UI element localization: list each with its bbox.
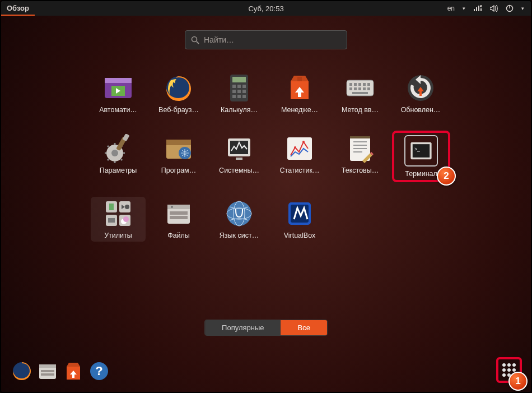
dash-firefox[interactable] xyxy=(11,360,32,382)
svg-rect-29 xyxy=(354,87,357,90)
svg-rect-20 xyxy=(242,95,246,98)
search-bar[interactable] xyxy=(185,30,347,49)
dash-software[interactable] xyxy=(63,360,84,382)
app-automation[interactable]: Автомати… xyxy=(91,71,146,116)
svg-rect-25 xyxy=(358,83,361,86)
svg-rect-12 xyxy=(232,85,236,88)
app-label: Язык сист… xyxy=(212,232,267,239)
dash-help[interactable]: ? xyxy=(88,360,110,382)
svg-rect-14 xyxy=(242,85,246,88)
app-label: Текстовы… xyxy=(333,167,388,174)
app-firefox[interactable]: Веб-брауз… xyxy=(151,71,206,116)
svg-point-70 xyxy=(171,206,173,208)
svg-rect-33 xyxy=(352,92,368,94)
app-system-monitor[interactable]: Системны… xyxy=(212,132,267,181)
automation-icon xyxy=(104,73,133,103)
app-settings[interactable]: Параметры xyxy=(91,132,146,181)
firefox-icon xyxy=(164,73,193,103)
svg-rect-19 xyxy=(237,95,241,98)
search-input[interactable] xyxy=(204,35,341,44)
svg-point-65 xyxy=(123,216,129,222)
app-input-method[interactable]: Метод вв… xyxy=(333,71,388,116)
app-calculator[interactable]: Калькуля… xyxy=(212,71,267,116)
svg-point-36 xyxy=(111,150,118,156)
svg-rect-11 xyxy=(232,77,246,82)
files-icon xyxy=(164,199,193,228)
svg-text:>_: >_ xyxy=(414,146,420,152)
keyboard-layout-chevron-icon: ▾ xyxy=(463,6,465,11)
statistics-icon xyxy=(285,134,314,163)
app-software-updater[interactable]: Обновлен… xyxy=(393,71,448,116)
svg-rect-63 xyxy=(108,218,115,223)
volume-icon[interactable] xyxy=(490,5,498,12)
app-software-manager[interactable]: Менедже… xyxy=(272,71,327,116)
app-files[interactable]: Файлы xyxy=(151,197,206,242)
svg-rect-27 xyxy=(367,83,370,86)
clock[interactable]: Суб, 20:53 xyxy=(248,4,283,13)
app-grid: Автомати… Веб-брауз… Калькуля… Менедже… … xyxy=(91,71,449,242)
svg-rect-21 xyxy=(297,77,302,81)
dash: ? xyxy=(11,360,110,382)
app-label: Файлы xyxy=(151,232,206,239)
svg-rect-49 xyxy=(350,136,370,138)
svg-rect-28 xyxy=(349,87,352,90)
app-label: Утилиты xyxy=(91,232,146,239)
svg-rect-23 xyxy=(349,83,352,86)
app-terminal[interactable]: >_ Терминал 2 xyxy=(393,132,449,181)
svg-rect-40 xyxy=(166,140,191,145)
app-language-support[interactable]: Язык сист… xyxy=(212,197,267,242)
svg-rect-30 xyxy=(358,87,361,90)
svg-point-47 xyxy=(302,141,305,143)
text-editor-icon xyxy=(346,134,375,163)
svg-point-71 xyxy=(227,201,251,226)
svg-rect-3 xyxy=(509,5,510,8)
svg-rect-68 xyxy=(170,211,188,215)
virtualbox-icon xyxy=(285,199,314,228)
svg-rect-16 xyxy=(237,90,241,93)
frequent-tab[interactable]: Популярные xyxy=(205,320,281,335)
app-virtualbox[interactable]: VirtualBox xyxy=(272,197,327,242)
svg-rect-13 xyxy=(237,85,241,88)
app-label: VirtualBox xyxy=(272,232,327,239)
app-label: Калькуля… xyxy=(212,106,267,114)
search-icon xyxy=(191,36,199,44)
app-power-statistics[interactable]: Статистик… xyxy=(272,132,327,181)
svg-rect-26 xyxy=(363,83,366,86)
app-label: Параметры xyxy=(91,167,146,174)
app-label: Програм… xyxy=(151,167,206,174)
app-label: Автомати… xyxy=(91,106,146,114)
activities-button[interactable]: Обзор xyxy=(1,1,35,16)
network-icon[interactable]: ? xyxy=(473,5,482,12)
svg-point-46 xyxy=(294,146,296,149)
system-monitor-icon xyxy=(225,134,254,163)
svg-rect-7 xyxy=(105,78,132,83)
power-icon[interactable] xyxy=(506,4,514,12)
svg-rect-32 xyxy=(367,87,370,90)
activities-label: Обзор xyxy=(7,4,29,12)
app-text-editor[interactable]: Текстовы… xyxy=(333,132,388,181)
top-bar: Обзор Суб, 20:53 en ▾ ? ▾ xyxy=(1,1,531,16)
view-toggle: Популярные Все xyxy=(204,320,328,336)
terminal-icon: >_ xyxy=(404,135,438,167)
all-tab[interactable]: Все xyxy=(281,320,327,335)
app-label: Метод вв… xyxy=(333,106,388,114)
system-tray: en ▾ ? ▾ xyxy=(447,4,531,12)
app-label: Менедже… xyxy=(272,106,327,114)
svg-rect-15 xyxy=(232,90,236,93)
svg-point-60 xyxy=(125,205,129,209)
language-icon xyxy=(225,199,254,228)
app-software-sources[interactable]: Програм… xyxy=(151,132,206,181)
step-badge-1: 1 xyxy=(508,372,528,391)
updater-icon xyxy=(406,73,435,103)
settings-icon xyxy=(104,134,133,163)
dash-files[interactable] xyxy=(37,360,58,382)
keyboard-layout-indicator[interactable]: en xyxy=(447,4,455,12)
software-sources-icon xyxy=(164,134,193,163)
step-badge-2: 2 xyxy=(437,167,456,186)
app-utilities-folder[interactable]: Утилиты xyxy=(91,197,146,242)
calculator-icon xyxy=(225,73,254,103)
utilities-icon xyxy=(104,199,133,228)
app-label: Обновлен… xyxy=(393,106,448,114)
svg-rect-69 xyxy=(170,216,188,219)
svg-rect-79 xyxy=(41,370,54,372)
